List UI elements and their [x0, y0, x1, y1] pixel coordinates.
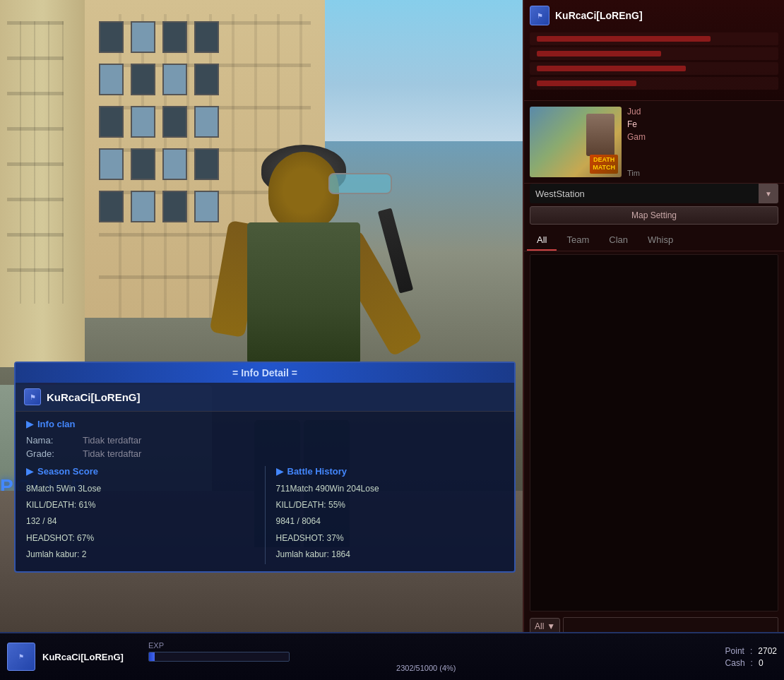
tab-clan[interactable]: Clan — [599, 230, 638, 251]
rp-map-info: Jud Fe Gam Tim — [627, 107, 778, 177]
battle-history-header: Battle History — [276, 466, 504, 477]
info-player-row: ⚑ KuRcaCi[LoREnG] — [16, 383, 514, 412]
season-score-header: Season Score — [26, 466, 254, 477]
season-match: 8Match 5Win 3Lose — [26, 482, 254, 496]
battle-history-col: Battle History 711Match 490Win 204Lose K… — [276, 466, 504, 564]
info-panel-title: = Info Detail = — [16, 363, 514, 383]
rp-map-name: WestStation — [530, 185, 759, 203]
rp-stat-3 — [530, 62, 778, 75]
char-head — [268, 152, 339, 229]
rp-gam-label: Gam — [627, 132, 778, 142]
sb-cash-row: Cash : 0 — [725, 658, 777, 668]
season-flee: Jumlah kabur: 2 — [26, 548, 254, 561]
rp-stat-1 — [530, 32, 778, 45]
sb-exp-text: 2302/51000 (4%) — [148, 664, 704, 672]
rp-map-section: DEATHMATCH Jud Fe Gam Tim — [524, 101, 784, 184]
season-ratio: 132 / 84 — [26, 515, 254, 528]
info-body: Info clan Nama: Tidak terdaftar Grade: T… — [16, 412, 514, 571]
char-goggles — [328, 173, 392, 194]
tab-whisp[interactable]: Whisp — [638, 230, 683, 251]
right-panel: ⚑ KuRcaCi[LoREnG] DEATHMATCH Jud Fe Gam … — [523, 0, 784, 680]
rp-player-icon: ⚑ — [530, 6, 550, 25]
sb-exp-label: EXP — [148, 641, 704, 650]
death-match-badge: DEATHMATCH — [590, 155, 618, 174]
season-kd: KILL/DEATH: 61% — [26, 499, 254, 512]
rp-judge-label: Jud — [627, 107, 778, 117]
char-torso — [247, 222, 360, 364]
clan-section-header: Info clan — [26, 419, 504, 429]
info-columns: Season Score 8Match 5Win 3Lose KILL/DEAT… — [26, 466, 504, 564]
sb-avatar: ⚑ — [7, 643, 35, 671]
rp-map-name-bar: WestStation ▼ — [530, 184, 778, 203]
sb-point-row: Point : 2702 — [725, 646, 777, 656]
tab-team[interactable]: Team — [557, 230, 599, 251]
rp-stat-2 — [530, 47, 778, 60]
nama-value: Tidak terdaftar — [83, 435, 141, 446]
battle-flee: Jumlah kabur: 1864 — [276, 548, 504, 561]
player-icon: ⚑ — [24, 388, 41, 405]
rp-map-thumbnail: DEATHMATCH — [530, 107, 622, 177]
status-bar: ⚑ KuRcaCi[LoREnG] EXP 2302/51000 (4%) Po… — [0, 632, 784, 680]
tab-all[interactable]: All — [527, 230, 557, 251]
rp-stats — [530, 30, 778, 95]
building-left — [0, 0, 85, 367]
grade-label: Grade: — [26, 448, 83, 459]
battle-hs: HEADSHOT: 37% — [276, 532, 504, 545]
nama-row: Nama: Tidak terdaftar — [26, 435, 504, 446]
column-divider — [265, 466, 266, 564]
player-name: KuRcaCi[LoREnG] — [47, 391, 141, 403]
sb-exp-fill — [149, 652, 155, 661]
info-detail-panel: = Info Detail = ⚑ KuRcaCi[LoREnG] Info c… — [14, 362, 516, 573]
sb-player-name: KuRcaCi[LoREnG] — [42, 652, 141, 662]
sb-cash-value: 0 — [759, 658, 764, 668]
battle-match: 711Match 490Win 204Lose — [276, 482, 504, 496]
sb-point-value: 2702 — [758, 646, 777, 656]
sb-point-label: Point — [725, 646, 744, 656]
sb-point-cash: Point : 2702 Cash : 0 — [725, 646, 777, 668]
rp-time-label: Tim — [627, 169, 778, 177]
rp-player-name: KuRcaCi[LoREnG] — [555, 10, 643, 21]
grade-value: Tidak terdaftar — [83, 448, 141, 459]
sb-exp-bar — [148, 652, 290, 662]
rp-chat-area — [530, 254, 778, 612]
rp-stat-4 — [530, 77, 778, 90]
rp-map-setting-btn[interactable]: Map Setting — [530, 206, 778, 225]
battle-ratio: 9841 / 8064 — [276, 515, 504, 528]
season-hs: HEADSHOT: 67% — [26, 532, 254, 545]
rp-feb-label: Fe — [627, 119, 778, 129]
season-score-col: Season Score 8Match 5Win 3Lose KILL/DEAT… — [26, 466, 254, 564]
rp-chat-tabs: All Team Clan Whisp — [524, 230, 784, 251]
grade-row: Grade: Tidak terdaftar — [26, 448, 504, 459]
rp-map-dropdown-btn[interactable]: ▼ — [759, 184, 778, 203]
rp-player-row: ⚑ KuRcaCi[LoREnG] — [530, 6, 778, 25]
rp-header: ⚑ KuRcaCi[LoREnG] — [524, 0, 784, 101]
battle-kd: KILL/DEATH: 55% — [276, 499, 504, 512]
sb-cash-label: Cash — [725, 658, 745, 668]
nama-label: Nama: — [26, 435, 83, 446]
sb-exp-section: EXP 2302/51000 (4%) — [148, 641, 704, 672]
